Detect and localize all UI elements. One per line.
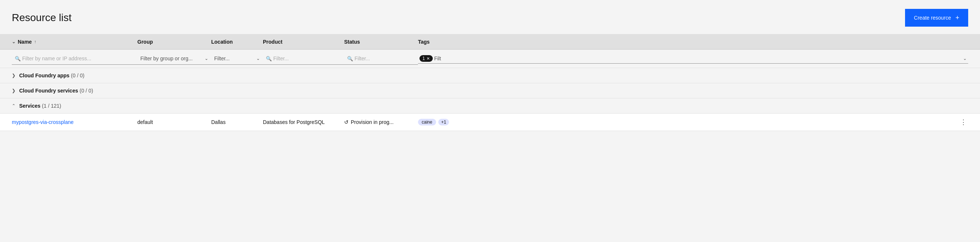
row-overflow-menu-icon[interactable]: ⋮ — [959, 118, 968, 126]
column-header-status: Status — [344, 39, 418, 45]
filter-name-wrapper: 🔍 — [12, 53, 137, 65]
section-cloud-foundry-apps[interactable]: ❯ Cloud Foundry apps (0 / 0) — [0, 68, 980, 83]
table-header-row: ⌄ Name ↑ Group Location Product Status T… — [0, 34, 980, 50]
table-row: mypostgres-via-crossplane default Dallas… — [0, 114, 980, 131]
column-header-tags: Tags — [418, 39, 968, 45]
tag-caine[interactable]: caine — [418, 119, 436, 125]
active-tag-chip: 1 ✕ — [420, 55, 433, 62]
search-icon-product: 🔍 — [266, 56, 272, 61]
section-count-apps: (0 / 0) — [71, 72, 84, 79]
tag-more[interactable]: +1 — [438, 119, 449, 125]
data-cell-location: Dallas — [211, 119, 263, 125]
name-collapse-icon: ⌄ — [12, 39, 16, 45]
section-count-services: (0 / 0) — [80, 88, 93, 94]
data-cell-group: default — [137, 119, 211, 125]
filter-row: 🔍 Filter by group or org... ⌄ Filter... … — [0, 50, 980, 68]
table-body: ❯ Cloud Foundry apps (0 / 0) ❯ Cloud Fou… — [0, 68, 980, 131]
column-header-product: Product — [263, 39, 344, 45]
data-cell-product: Databases for PostgreSQL — [263, 119, 344, 125]
create-resource-button[interactable]: Create resource + — [905, 9, 968, 27]
data-cell-name[interactable]: mypostgres-via-crossplane — [12, 119, 137, 125]
filter-location-dropdown[interactable]: Filter... ⌄ — [211, 53, 263, 65]
section-chevron-services: ❯ — [12, 88, 16, 93]
column-header-name[interactable]: ⌄ Name ↑ — [12, 39, 137, 45]
column-header-group: Group — [137, 39, 211, 45]
tags-chevron-icon[interactable]: ⌄ — [963, 56, 967, 61]
page-title: Resource list — [12, 12, 72, 24]
filter-name-input[interactable] — [12, 53, 137, 65]
filter-group-dropdown[interactable]: Filter by group or org... ⌄ — [137, 53, 211, 65]
status-text: Provision in prog... — [351, 119, 394, 125]
section-cloud-foundry-services[interactable]: ❯ Cloud Foundry services (0 / 0) — [0, 83, 980, 98]
filter-tags-text: Filt — [434, 56, 961, 61]
search-icon-name: 🔍 — [15, 56, 21, 61]
column-header-location: Location — [211, 39, 263, 45]
section-chevron-apps: ❯ — [12, 73, 16, 78]
location-chevron-icon: ⌄ — [256, 56, 260, 61]
group-chevron-icon: ⌄ — [205, 56, 208, 61]
provision-spinning-icon: ↺ — [344, 119, 348, 125]
filter-status-wrapper: 🔍 — [344, 53, 418, 65]
column-name-label: Name — [18, 39, 32, 45]
tag-chip-count: 1 — [422, 56, 425, 61]
tag-chip-close-icon[interactable]: ✕ — [426, 56, 430, 61]
section-label-apps: Cloud Foundry apps — [19, 72, 69, 79]
page-header: Resource list Create resource + — [0, 0, 980, 34]
filter-group-text: Filter by group or org... — [140, 56, 193, 61]
name-sort-icon: ↑ — [34, 39, 36, 45]
section-services[interactable]: ⌃ Services (1 / 121) — [0, 98, 980, 114]
search-icon-status: 🔍 — [347, 56, 353, 61]
section-count-main-services: (1 / 121) — [42, 103, 61, 109]
plus-icon: + — [955, 14, 959, 22]
section-label-main-services: Services — [19, 103, 41, 109]
filter-location-text: Filter... — [214, 56, 230, 61]
data-cell-status: ↺ Provision in prog... — [344, 119, 418, 125]
filter-status-input[interactable] — [355, 56, 415, 61]
filter-product-input[interactable] — [273, 56, 341, 61]
section-chevron-main-services: ⌃ — [12, 103, 16, 108]
data-cell-tags: caine +1 — [418, 119, 959, 125]
filter-product-wrapper: 🔍 — [263, 53, 344, 65]
filter-tags-wrapper: 1 ✕ Filt ⌄ — [418, 54, 968, 64]
create-resource-label: Create resource — [914, 15, 951, 21]
section-label-services: Cloud Foundry services — [19, 88, 78, 94]
